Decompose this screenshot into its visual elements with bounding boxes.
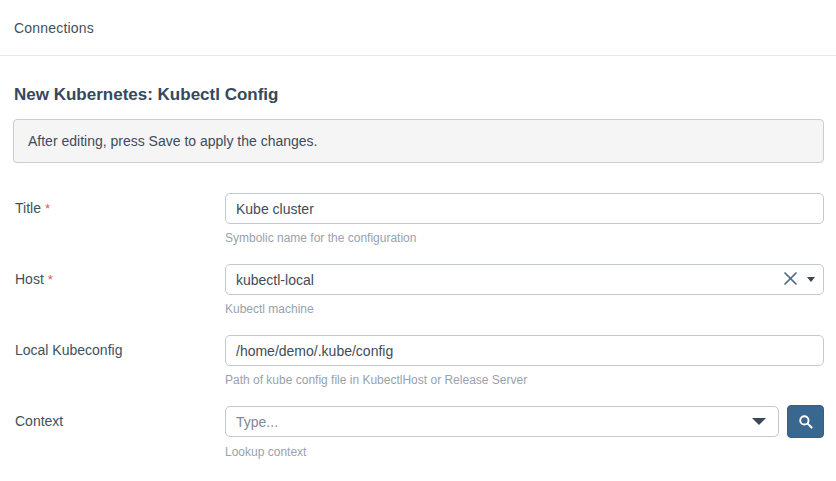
form-row-context: Context Lookup context — [13, 406, 824, 460]
context-helper-text: Lookup context — [225, 445, 824, 460]
main-content: New Kubernetes: Kubectl Config After edi… — [0, 85, 836, 460]
title-label: Title* — [13, 193, 225, 224]
host-label: Host* — [13, 264, 225, 295]
info-banner-text: After editing, press Save to apply the c… — [28, 133, 318, 149]
chevron-down-icon[interactable] — [807, 277, 815, 282]
form-row-host: Host* Kubectl machine — [13, 264, 824, 317]
form-row-title: Title* Symbolic name for the configurati… — [13, 193, 824, 246]
host-helper-text: Kubectl machine — [225, 302, 824, 317]
x-clear-icon[interactable] — [783, 271, 798, 286]
page-title: New Kubernetes: Kubectl Config — [14, 85, 823, 105]
host-combobox-input[interactable] — [225, 264, 824, 295]
top-navigation-bar: Connections — [0, 0, 836, 56]
title-helper-text: Symbolic name for the configuration — [225, 231, 824, 246]
chevron-down-icon[interactable] — [752, 418, 766, 425]
breadcrumb[interactable]: Connections — [14, 20, 94, 36]
required-asterisk: * — [48, 272, 53, 287]
context-label: Context — [13, 406, 225, 437]
local-kubeconfig-label: Local Kubeconfig — [13, 335, 225, 366]
title-input[interactable] — [225, 193, 824, 224]
context-lookup-search-button[interactable] — [787, 405, 824, 438]
required-asterisk: * — [45, 201, 50, 216]
magnifier-icon — [797, 413, 815, 431]
info-banner: After editing, press Save to apply the c… — [13, 119, 824, 163]
context-select-input[interactable] — [225, 406, 779, 437]
local-kubeconfig-helper-text: Path of kube config file in KubectlHost … — [225, 373, 824, 388]
local-kubeconfig-input[interactable] — [225, 335, 824, 366]
form-row-local-kubeconfig: Local Kubeconfig Path of kube config fil… — [13, 335, 824, 388]
